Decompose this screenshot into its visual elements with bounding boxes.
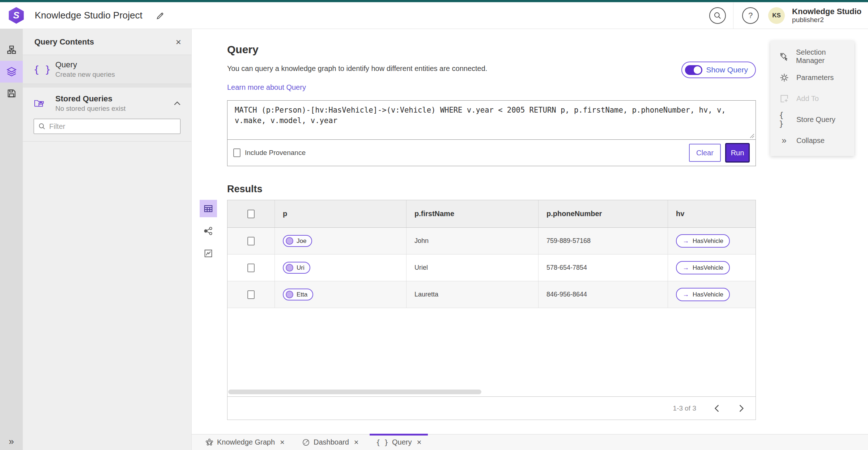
tool-label: Parameters bbox=[796, 73, 834, 82]
tab-dashboard[interactable]: Dashboard × bbox=[293, 434, 367, 450]
query-item-subtitle: Create new queries bbox=[55, 71, 115, 79]
page-description: You can query a knowledge graph to ident… bbox=[227, 64, 487, 73]
parameters-item[interactable]: Parameters bbox=[770, 67, 854, 88]
collapse-section-chevron-up-icon[interactable] bbox=[174, 101, 180, 105]
pagination-bar: 1-3 of 3 bbox=[227, 396, 756, 420]
include-provenance-checkbox[interactable] bbox=[233, 148, 241, 157]
row-checkbox[interactable] bbox=[247, 290, 255, 299]
topbar: S Knowledge Studio Project ? KS Knowledg… bbox=[0, 2, 868, 29]
column-header-p[interactable]: p bbox=[275, 200, 406, 227]
tool-label: Store Query bbox=[796, 115, 835, 124]
edge-label: HasVehicle bbox=[693, 237, 723, 245]
query-editor[interactable]: MATCH (p:Person)-[hv:HasVehicle]->(v:Veh… bbox=[227, 101, 756, 140]
avatar[interactable]: KS bbox=[768, 7, 785, 24]
panel-header: Query Contents × bbox=[23, 29, 191, 55]
table-view-icon[interactable] bbox=[200, 200, 217, 217]
save-icon[interactable] bbox=[0, 83, 23, 104]
learn-more-link[interactable]: Learn more about Query bbox=[227, 83, 306, 92]
knowledge-graph-tree-icon[interactable] bbox=[0, 39, 23, 61]
search-icon[interactable] bbox=[709, 7, 726, 24]
user-role: publisher2 bbox=[792, 16, 861, 24]
cell-phonenumber: 759-889-57168 bbox=[538, 228, 668, 254]
bottom-tab-bar: Knowledge Graph × Dashboard × { } Query … bbox=[192, 434, 868, 450]
panel-title: Query Contents bbox=[34, 37, 94, 47]
table-row[interactable]: Uri Uriel 578-654-7854 → HasVehicle bbox=[227, 255, 756, 281]
edge-label: HasVehicle bbox=[693, 264, 723, 272]
column-header-phonenumber[interactable]: p.phoneNumber bbox=[538, 200, 668, 227]
tab-knowledge-graph[interactable]: Knowledge Graph × bbox=[197, 434, 293, 450]
column-header-firstname[interactable]: p.firstName bbox=[406, 200, 538, 227]
node-dot-icon bbox=[286, 237, 293, 245]
resize-handle-icon[interactable] bbox=[750, 134, 754, 138]
add-to-icon bbox=[779, 94, 789, 103]
graph-view-icon[interactable] bbox=[200, 222, 217, 240]
results-table: p p.firstName p.phoneNumber hv Joe John … bbox=[227, 200, 756, 420]
previous-page-icon[interactable] bbox=[713, 403, 721, 413]
close-tab-icon[interactable]: × bbox=[354, 438, 359, 446]
close-panel-icon[interactable]: × bbox=[176, 37, 181, 47]
tools-panel: Selection Manager Parameters Add To bbox=[770, 41, 854, 156]
edge-label: HasVehicle bbox=[693, 291, 723, 298]
filter-input[interactable] bbox=[49, 122, 169, 131]
edge-chip[interactable]: → HasVehicle bbox=[676, 261, 730, 274]
show-query-toggle[interactable]: Show Query bbox=[681, 62, 756, 78]
edge-chip[interactable]: → HasVehicle bbox=[676, 288, 730, 301]
close-tab-icon[interactable]: × bbox=[280, 438, 285, 446]
collapse-item[interactable]: » Collapse bbox=[770, 130, 854, 151]
node-chip[interactable]: Etta bbox=[283, 289, 313, 300]
app-logo-icon[interactable]: S bbox=[8, 7, 25, 24]
query-layers-icon[interactable] bbox=[0, 61, 23, 83]
table-row[interactable]: Etta Lauretta 846-956-8644 → HasVehicle bbox=[227, 281, 756, 308]
clear-button[interactable]: Clear bbox=[689, 144, 721, 162]
run-button[interactable]: Run bbox=[725, 143, 750, 163]
selection-manager-item[interactable]: Selection Manager bbox=[770, 46, 854, 67]
node-dot-icon bbox=[286, 264, 293, 272]
node-chip[interactable]: Uri bbox=[283, 262, 310, 274]
query-text[interactable]: MATCH (p:Person)-[hv:HasVehicle]->(v:Veh… bbox=[235, 105, 748, 126]
stored-queries-subtitle: No stored queries exist bbox=[55, 105, 125, 113]
next-page-icon[interactable] bbox=[737, 403, 745, 413]
edit-title-icon[interactable] bbox=[156, 11, 165, 20]
query-contents-panel: Query Contents × { } Query Create new qu… bbox=[23, 29, 192, 450]
map-view-icon[interactable] bbox=[200, 245, 217, 262]
cell-firstname: John bbox=[406, 228, 538, 254]
sidebar-item-query[interactable]: { } Query Create new queries bbox=[23, 55, 191, 84]
tab-query[interactable]: { } Query × bbox=[367, 434, 430, 450]
column-header-hv[interactable]: hv bbox=[668, 200, 756, 227]
braces-icon: { } bbox=[34, 64, 52, 75]
node-chip[interactable]: Joe bbox=[283, 235, 312, 247]
braces-icon: { } bbox=[376, 438, 388, 446]
help-icon[interactable]: ? bbox=[742, 7, 759, 24]
project-title: Knowledge Studio Project bbox=[35, 10, 142, 21]
sidebar-item-stored-queries[interactable]: Stored Queries No stored queries exist bbox=[23, 88, 191, 119]
braces-icon: { } bbox=[779, 111, 789, 128]
filter-search-icon bbox=[38, 123, 46, 130]
tab-label: Knowledge Graph bbox=[217, 438, 275, 446]
cell-phonenumber: 846-956-8644 bbox=[538, 281, 668, 308]
close-tab-icon[interactable]: × bbox=[417, 438, 421, 446]
show-query-label: Show Query bbox=[706, 66, 748, 74]
stored-queries-folder-icon bbox=[34, 98, 52, 108]
topbar-right: ? KS Knowledge Studio publisher2 bbox=[709, 3, 864, 29]
arrow-right-icon: → bbox=[682, 291, 689, 298]
row-checkbox[interactable] bbox=[247, 264, 255, 272]
toggle-switch[interactable] bbox=[685, 65, 702, 75]
filter-section bbox=[23, 119, 191, 142]
node-label: Joe bbox=[297, 237, 306, 245]
query-item-title: Query bbox=[55, 60, 115, 70]
tool-label: Add To bbox=[796, 94, 819, 103]
results-title: Results bbox=[227, 184, 756, 195]
table-header-row: p p.firstName p.phoneNumber hv bbox=[227, 200, 756, 228]
select-all-checkbox[interactable] bbox=[247, 210, 255, 218]
include-provenance-label: Include Provenance bbox=[245, 149, 306, 157]
row-checkbox[interactable] bbox=[247, 237, 255, 245]
table-row[interactable]: Joe John 759-889-57168 → HasVehicle bbox=[227, 228, 756, 255]
cell-phonenumber: 578-654-7854 bbox=[538, 255, 668, 281]
expand-panel-icon[interactable]: » bbox=[0, 436, 23, 447]
store-query-item[interactable]: { } Store Query bbox=[770, 109, 854, 130]
edge-chip[interactable]: → HasVehicle bbox=[676, 234, 730, 248]
results-view-switcher bbox=[200, 200, 217, 262]
page-title: Query bbox=[227, 43, 756, 56]
horizontal-scrollbar[interactable] bbox=[228, 390, 481, 394]
tool-label: Collapse bbox=[796, 136, 825, 145]
